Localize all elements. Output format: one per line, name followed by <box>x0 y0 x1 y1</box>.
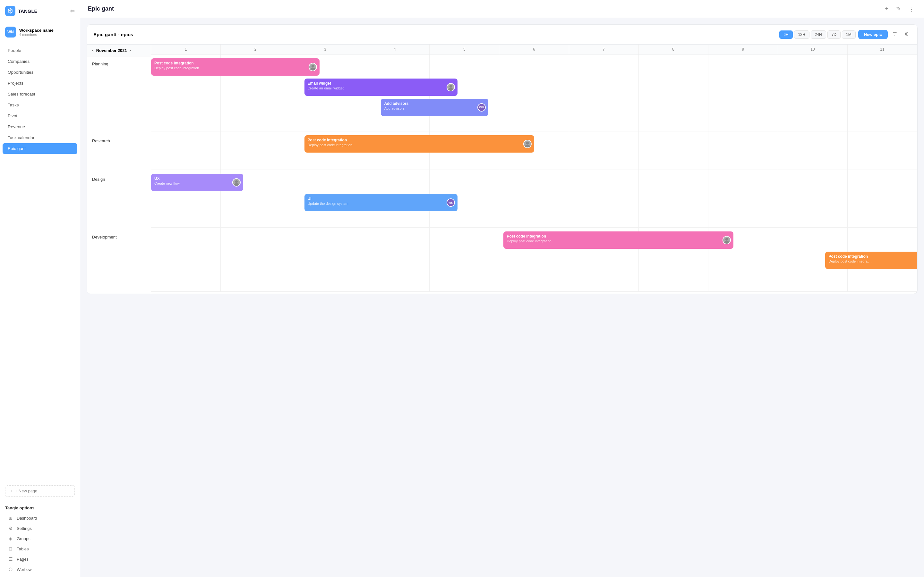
epic-subtitle: Add advisors <box>384 106 485 110</box>
epic-bar[interactable]: Post code integrationDeploy post code in… <box>503 231 733 249</box>
time-btn-24h[interactable]: 24H <box>811 31 826 39</box>
time-btn-12h[interactable]: 12H <box>794 31 809 39</box>
sidebar-logo: TANGLE <box>5 6 37 16</box>
epic-title: UX <box>154 176 240 181</box>
gantt-data-rows: Post code integrationDeploy post code in… <box>151 55 917 292</box>
logo-icon <box>5 6 15 16</box>
date-header-8: 8 <box>639 45 708 54</box>
epic-subtitle: Deploy post code integration <box>308 143 531 147</box>
new-epic-button[interactable]: New epic <box>858 30 888 39</box>
next-month-button[interactable]: › <box>129 48 131 53</box>
tangle-option-worflow[interactable]: ⬡Worflow <box>5 564 75 574</box>
topbar-actions: + ✎ ⋮ <box>883 4 916 14</box>
epic-title: Email widget <box>308 81 455 85</box>
tables-icon: ⊟ <box>8 546 13 551</box>
plus-icon: + <box>11 488 13 493</box>
content-area: Epic gantt - epics 6H12H24H7D1M New epic <box>80 18 924 577</box>
row-label-design: Design <box>87 172 151 229</box>
more-button[interactable]: ⋮ <box>907 4 916 14</box>
time-btn-7d[interactable]: 7D <box>827 31 841 39</box>
option-label: Dashboard <box>17 516 37 521</box>
tangle-options-section: Tangle options ⊞Dashboard⚙Settings◈Group… <box>0 500 80 577</box>
epic-subtitle: Deploy post code integration <box>154 66 317 70</box>
sidebar-item-people[interactable]: People <box>3 45 78 56</box>
sidebar-item-opportunities[interactable]: Opportunities <box>3 67 78 77</box>
date-header-6: 6 <box>499 45 569 54</box>
gantt-row-research: Post code integrationDeploy post code in… <box>151 131 917 170</box>
filter-button[interactable] <box>890 30 899 39</box>
new-page-label: + New page <box>15 488 37 493</box>
epic-title: Post code integration <box>507 234 730 239</box>
epic-subtitle: Deploy post code integrat... <box>829 259 917 263</box>
svg-point-10 <box>724 241 729 244</box>
tangle-option-pages[interactable]: ☰Pages <box>5 554 75 564</box>
epic-bar[interactable]: Post code integrationDeploy post code in… <box>825 251 917 269</box>
sidebar-item-tasks[interactable]: Tasks <box>3 100 78 110</box>
collapse-icon[interactable]: ⇦ <box>70 7 75 15</box>
epic-bar[interactable]: UXCreate new flow <box>151 174 243 191</box>
time-buttons: 6H12H24H7D1M <box>779 31 855 39</box>
epic-bar[interactable]: Post code integrationDeploy post code in… <box>304 135 534 153</box>
date-header-10: 10 <box>778 45 848 54</box>
time-btn-1m[interactable]: 1M <box>842 31 856 39</box>
option-label: Settings <box>17 526 32 531</box>
pages-icon: ☰ <box>8 556 13 562</box>
row-label-development: Development <box>87 229 151 293</box>
svg-point-9 <box>725 238 728 240</box>
epic-subtitle: Create an email widget <box>308 86 455 90</box>
option-label: Tables <box>17 546 29 551</box>
date-header-4: 4 <box>360 45 430 54</box>
edit-button[interactable]: ✎ <box>894 4 903 14</box>
epic-bar[interactable]: Post code integrationDeploy post code in… <box>151 58 320 76</box>
sidebar-item-sales-forecast[interactable]: Sales forecast <box>3 89 78 99</box>
gantt-controls: 6H12H24H7D1M New epic <box>779 30 911 39</box>
gantt-header: Epic gantt - epics 6H12H24H7D1M New epic <box>87 25 917 45</box>
month-label: November 2021 <box>96 48 127 53</box>
epic-bar[interactable]: Email widgetCreate an email widget <box>304 79 458 96</box>
avatar <box>232 178 241 187</box>
gantt-card: Epic gantt - epics 6H12H24H7D1M New epic <box>87 24 918 294</box>
svg-point-5 <box>526 142 529 144</box>
date-header-1: 1 <box>151 45 221 54</box>
svg-point-0 <box>906 33 907 35</box>
page-title: Epic gant <box>88 5 114 12</box>
prev-month-button[interactable]: ‹ <box>92 48 94 53</box>
date-header-9: 9 <box>708 45 778 54</box>
time-btn-6h[interactable]: 6H <box>779 31 792 39</box>
add-button[interactable]: + <box>883 4 890 13</box>
date-header-11: 11 <box>848 45 917 54</box>
gantt-row-labels: PlanningResearchDesignDevelopment <box>87 56 151 293</box>
tangle-option-dashboard[interactable]: ⊞Dashboard <box>5 513 75 523</box>
avatar <box>722 236 731 244</box>
option-label: Worflow <box>17 567 32 572</box>
topbar: Epic gant + ✎ ⋮ <box>80 0 924 18</box>
svg-point-3 <box>449 85 452 87</box>
row-label-planning: Planning <box>87 56 151 133</box>
settings-button[interactable] <box>902 30 911 39</box>
epic-title: Post code integration <box>154 61 317 65</box>
sidebar-header: TANGLE ⇦ <box>0 0 80 22</box>
date-header-2: 2 <box>221 45 290 54</box>
option-label: Groups <box>17 536 31 541</box>
sidebar-item-pivot[interactable]: Pivot <box>3 111 78 121</box>
sidebar-item-task-calendar[interactable]: Task calendar <box>3 132 78 143</box>
sidebar-item-epic-gant[interactable]: Epic gant <box>3 143 78 154</box>
tangle-option-groups[interactable]: ◈Groups <box>5 533 75 544</box>
workspace-name: Workspace name <box>19 28 53 33</box>
epic-title: Add advisors <box>384 101 485 106</box>
epic-subtitle: Deploy post code integration <box>507 239 730 243</box>
avatar <box>309 63 317 71</box>
sidebar-item-revenue[interactable]: Revenue <box>3 121 78 132</box>
tangle-option-tables[interactable]: ⊟Tables <box>5 544 75 554</box>
workspace-members: 4 members <box>19 33 53 37</box>
tangle-options-title: Tangle options <box>5 506 75 510</box>
epic-bar[interactable]: Add advisorsAdd advisorsWN <box>381 99 488 116</box>
tangle-option-settings[interactable]: ⚙Settings <box>5 523 75 533</box>
new-page-button[interactable]: + + New page <box>5 485 75 496</box>
sidebar: TANGLE ⇦ WN Workspace name 4 members Peo… <box>0 0 80 577</box>
epic-bar[interactable]: UIUpdate the design systemWN <box>304 194 458 211</box>
sidebar-item-projects[interactable]: Projects <box>3 78 78 89</box>
sidebar-item-companies[interactable]: Companies <box>3 56 78 67</box>
groups-icon: ◈ <box>8 536 13 541</box>
workspace-section: WN Workspace name 4 members <box>0 22 80 42</box>
